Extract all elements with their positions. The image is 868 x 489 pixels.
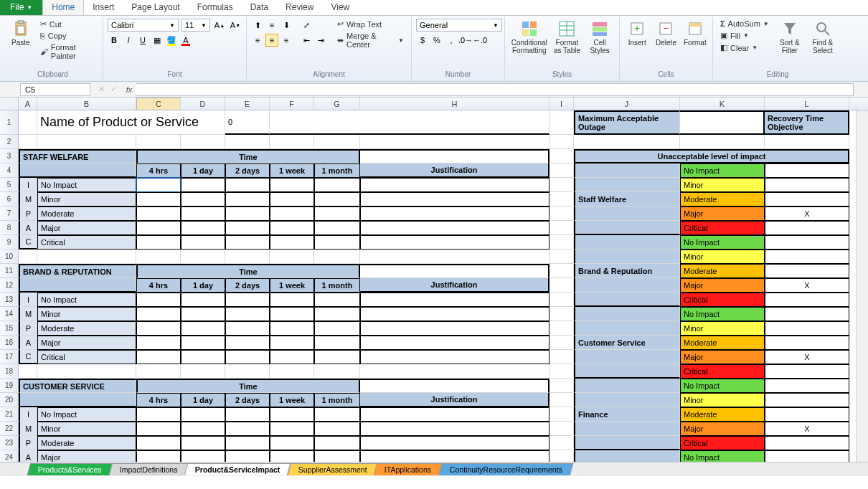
increase-font-button[interactable]: A▲ (213, 19, 226, 32)
conditional-formatting-button[interactable]: Conditional Formatting (509, 19, 549, 56)
cell[interactable] (314, 135, 360, 149)
right-category[interactable] (574, 379, 680, 393)
cell[interactable] (37, 364, 136, 379)
row-header[interactable]: 20 (0, 393, 19, 407)
row-header[interactable]: 19 (0, 379, 19, 393)
row-header[interactable]: 8 (0, 221, 19, 235)
tab-insert[interactable]: Insert (84, 0, 123, 15)
cell[interactable] (549, 135, 574, 149)
impact-x-cell[interactable] (765, 192, 849, 206)
section-title-cont[interactable] (19, 278, 136, 293)
right-category[interactable] (574, 450, 680, 462)
border-button[interactable]: ▦ (151, 34, 164, 47)
impact-level-label[interactable]: No Impact (37, 407, 136, 422)
name-box[interactable]: C5 (20, 83, 90, 96)
row-header[interactable]: 2 (0, 135, 19, 149)
col-header-L[interactable]: L (765, 98, 849, 110)
sheet-tab[interactable]: ImpactDefinitions (108, 463, 188, 475)
time-header[interactable]: Time (136, 264, 360, 278)
merge-center-button[interactable]: ⬌Merge & Center ▼ (334, 31, 407, 49)
row-header[interactable]: 22 (0, 422, 19, 436)
impact-x-cell[interactable] (765, 364, 849, 379)
time-cell[interactable] (181, 221, 225, 235)
clear-button[interactable]: ◧ Clear ▼ (717, 42, 772, 53)
time-col-header[interactable]: 1 day (181, 163, 225, 178)
fill-button[interactable]: ▣ Fill ▼ (717, 30, 772, 41)
time-cell[interactable] (314, 206, 360, 221)
impact-level-cell[interactable]: Critical (680, 436, 765, 450)
cell[interactable] (549, 293, 574, 307)
impact-level-label[interactable]: Minor (37, 307, 136, 321)
time-cell[interactable] (181, 336, 225, 350)
justification-header[interactable]: Justification (360, 393, 549, 407)
justification-header[interactable]: Justification (360, 278, 549, 293)
col-header-K[interactable]: K (680, 98, 765, 110)
time-cell[interactable] (270, 235, 314, 250)
time-cell[interactable] (270, 436, 314, 450)
impact-level-cell[interactable]: Major (680, 350, 765, 364)
justification-cell[interactable] (360, 422, 549, 436)
col-header-I[interactable]: I (549, 98, 574, 110)
impact-x-cell[interactable]: X (765, 278, 849, 293)
justification-cell[interactable] (360, 307, 549, 321)
fill-color-button[interactable]: 🪣 (165, 34, 178, 47)
time-cell[interactable] (314, 192, 360, 206)
time-cell[interactable] (136, 321, 181, 336)
cell[interactable] (360, 149, 549, 163)
justification-cell[interactable] (360, 407, 549, 422)
row-header[interactable]: 23 (0, 436, 19, 450)
impact-side-letter[interactable]: I (19, 178, 37, 192)
justification-cell[interactable] (360, 336, 549, 350)
impact-level-cell[interactable]: Critical (680, 364, 765, 379)
insert-button[interactable]: +Insert (624, 19, 650, 48)
cell[interactable] (765, 135, 849, 149)
formula-input[interactable] (136, 83, 854, 96)
cell[interactable] (549, 163, 574, 178)
row-header[interactable]: 6 (0, 192, 19, 206)
tab-review[interactable]: Review (277, 0, 322, 15)
impact-level-label[interactable]: Minor (37, 192, 136, 206)
row-header[interactable]: 24 (0, 450, 19, 462)
sheet-tab[interactable]: ITApplications (374, 463, 443, 475)
time-cell[interactable] (270, 178, 314, 192)
row-header[interactable]: 5 (0, 178, 19, 192)
bold-button[interactable]: B (108, 34, 121, 47)
right-category[interactable] (574, 221, 680, 235)
time-col-header[interactable]: 2 days (225, 163, 270, 178)
right-category[interactable] (574, 278, 680, 293)
time-cell[interactable] (314, 307, 360, 321)
time-cell[interactable] (136, 293, 181, 307)
impact-x-cell[interactable]: X (765, 206, 849, 221)
impact-level-label[interactable]: No Impact (37, 293, 136, 307)
impact-x-cell[interactable]: X (765, 422, 849, 436)
time-col-header[interactable]: 4 hrs (136, 163, 181, 178)
impact-x-cell[interactable] (765, 178, 849, 192)
cell[interactable] (19, 135, 37, 149)
find-select-button[interactable]: Find & Select (808, 19, 838, 56)
justification-cell[interactable] (360, 221, 549, 235)
impact-x-cell[interactable] (765, 163, 849, 178)
align-right-button[interactable]: ≡ (280, 34, 293, 47)
time-cell[interactable] (136, 307, 181, 321)
time-col-header[interactable]: 1 day (181, 278, 225, 293)
row-header[interactable]: 18 (0, 364, 19, 379)
cell[interactable] (549, 264, 574, 278)
right-table-header[interactable]: Unacceptable level of impact (574, 149, 849, 163)
time-cell[interactable] (314, 321, 360, 336)
cell[interactable] (181, 250, 225, 264)
impact-x-cell[interactable] (765, 293, 849, 307)
tab-home[interactable]: Home (42, 0, 84, 15)
cell[interactable] (549, 436, 574, 450)
cell[interactable] (225, 364, 270, 379)
time-cell[interactable] (136, 221, 181, 235)
impact-level-label[interactable]: Major (37, 336, 136, 350)
col-header-C[interactable]: C (136, 98, 181, 110)
time-cell[interactable] (270, 221, 314, 235)
row-header[interactable]: 21 (0, 407, 19, 422)
impact-level-cell[interactable]: Major (680, 206, 765, 221)
justification-cell[interactable] (360, 293, 549, 307)
time-col-header[interactable]: 1 day (181, 393, 225, 407)
impact-x-cell[interactable] (765, 321, 849, 336)
sheet-tab[interactable]: Product&ServiceImpact (184, 463, 291, 475)
decrease-indent-button[interactable]: ⇤ (300, 34, 313, 47)
